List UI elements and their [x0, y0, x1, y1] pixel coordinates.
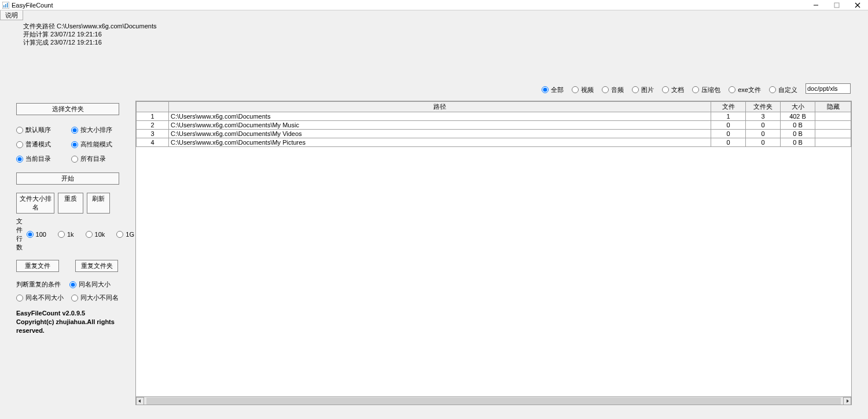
cell-hidden: [815, 130, 851, 138]
filter-custom[interactable]: [769, 86, 776, 93]
svg-marker-9: [847, 399, 849, 403]
info-block: 文件夹路径 C:\Users\www.x6g.com\Documents 开始计…: [0, 22, 868, 46]
cell-folders: 0: [746, 130, 781, 138]
cell-size: 0 B: [781, 138, 815, 147]
th-files[interactable]: 文件: [711, 102, 746, 112]
svg-marker-8: [138, 399, 141, 403]
filter-doc[interactable]: [662, 86, 669, 93]
cell-path: C:\Users\www.x6g.com\Documents\My Music: [169, 121, 711, 130]
app-copyright: Copyright(c) zhujiahua.All rights reserv…: [16, 318, 134, 335]
dup-cond-label: 判断重复的条件: [16, 280, 69, 289]
radio-rows-1k[interactable]: [58, 231, 65, 238]
radio-scope-all[interactable]: [71, 156, 78, 163]
cell-path: C:\Users\www.x6g.com\Documents\My Videos: [169, 130, 711, 138]
cell-folders: 0: [746, 138, 781, 147]
th-size[interactable]: 大小: [781, 102, 815, 112]
radio-scope-all-label: 所有目录: [80, 155, 106, 163]
filter-video[interactable]: [572, 86, 579, 93]
radio-mode-highperf-label: 高性能模式: [80, 140, 112, 149]
table-row[interactable]: 3C:\Users\www.x6g.com\Documents\My Video…: [137, 130, 851, 138]
filter-image[interactable]: [632, 86, 639, 93]
scroll-right-icon[interactable]: [843, 397, 851, 405]
radio-rows-1g[interactable]: [116, 231, 123, 238]
menubar: 说明: [0, 10, 868, 20]
dup-folders-button[interactable]: 重复文件夹: [75, 260, 118, 272]
radio-scope-current-label: 当前目录: [25, 155, 51, 163]
radio-cond-sizediff[interactable]: [71, 295, 78, 302]
cell-files: 0: [711, 130, 746, 138]
table-header-row: 路径 文件 文件夹 大小 隐藏: [137, 102, 851, 112]
cell-path: C:\Users\www.x6g.com\Documents: [169, 112, 711, 121]
info-done: 计算完成 23/07/12 19:21:16: [23, 38, 868, 46]
filter-all[interactable]: [542, 86, 549, 93]
app-version-block: EasyFileCount v2.0.9.5 Copyright(c) zhuj…: [16, 309, 134, 335]
info-start: 开始计算 23/07/12 19:21:16: [23, 30, 868, 38]
rank-button[interactable]: 文件大小排名: [16, 193, 54, 214]
cell-hidden: [815, 138, 851, 147]
results-table: 路径 文件 文件夹 大小 隐藏 1C:\Users\www.x6g.com\Do…: [136, 101, 851, 147]
main: 全部 视频 音频 图片 文档 压缩包 exe文件 自定义: [134, 46, 868, 405]
svg-rect-3: [7, 3, 8, 8]
dup-files-button[interactable]: 重复文件: [16, 260, 59, 272]
table-wrap: 路径 文件 文件夹 大小 隐藏 1C:\Users\www.x6g.com\Do…: [135, 101, 852, 405]
refresh-button[interactable]: 刷新: [87, 193, 110, 214]
radio-cond-namediff[interactable]: [16, 295, 23, 302]
cell-folders: 0: [746, 121, 781, 130]
svg-rect-1: [3, 5, 5, 8]
table-row[interactable]: 4C:\Users\www.x6g.com\Documents\My Pictu…: [137, 138, 851, 147]
info-path: 文件夹路径 C:\Users\www.x6g.com\Documents: [23, 22, 868, 30]
radio-rows-10k[interactable]: [86, 231, 93, 238]
radio-cond-namesize[interactable]: [69, 281, 76, 288]
radio-sort-default[interactable]: [16, 127, 23, 134]
cell-index: 1: [137, 112, 169, 121]
cell-hidden: [815, 121, 851, 130]
filter-custom-input[interactable]: [806, 83, 851, 94]
cell-files: 1: [711, 112, 746, 121]
filter-exe[interactable]: [729, 86, 735, 93]
radio-mode-normal-label: 普通模式: [25, 140, 51, 149]
start-button[interactable]: 开始: [16, 172, 119, 185]
cell-hidden: [815, 112, 851, 121]
svg-rect-2: [5, 4, 6, 8]
th-index[interactable]: [137, 102, 169, 112]
scroll-track[interactable]: [144, 397, 843, 405]
app-version: EasyFileCount v2.0.9.5: [16, 309, 134, 318]
th-path[interactable]: 路径: [169, 102, 711, 112]
cell-index: 4: [137, 138, 169, 147]
scroll-left-icon[interactable]: [136, 397, 144, 405]
svg-rect-5: [834, 3, 839, 8]
h-scrollbar[interactable]: [136, 396, 851, 405]
radio-mode-normal[interactable]: [16, 141, 23, 148]
cell-folders: 3: [746, 112, 781, 121]
filter-audio[interactable]: [602, 86, 609, 93]
th-hidden[interactable]: 隐藏: [815, 102, 851, 112]
radio-mode-highperf[interactable]: [71, 141, 78, 148]
menu-explain[interactable]: 说明: [0, 10, 23, 20]
scroll-thumb[interactable]: [146, 398, 841, 405]
radio-rows-100[interactable]: [27, 231, 34, 238]
table-row[interactable]: 2C:\Users\www.x6g.com\Documents\My Music…: [137, 121, 851, 130]
window-controls: [806, 0, 868, 10]
filter-row: 全部 视频 音频 图片 文档 压缩包 exe文件 自定义: [135, 83, 852, 96]
filter-archive[interactable]: [692, 86, 699, 93]
minimize-button[interactable]: [806, 0, 826, 10]
cell-files: 0: [711, 121, 746, 130]
radio-sort-bysize[interactable]: [71, 127, 78, 134]
window-title: EasyFileCount: [12, 2, 53, 9]
close-button[interactable]: [847, 0, 868, 10]
radio-scope-current[interactable]: [16, 156, 23, 163]
cell-size: 0 B: [781, 130, 815, 138]
choose-folder-button[interactable]: 选择文件夹: [16, 103, 119, 115]
titlebar: EasyFileCount: [0, 0, 868, 10]
th-folders[interactable]: 文件夹: [746, 102, 781, 112]
preview-button[interactable]: 重质: [58, 193, 83, 214]
table-row[interactable]: 1C:\Users\www.x6g.com\Documents13402 B: [137, 112, 851, 121]
cell-size: 402 B: [781, 112, 815, 121]
cell-path: C:\Users\www.x6g.com\Documents\My Pictur…: [169, 138, 711, 147]
cell-index: 2: [137, 121, 169, 130]
cell-index: 3: [137, 130, 169, 138]
maximize-button[interactable]: [826, 0, 847, 10]
file-rows-label: 文件行数: [16, 217, 23, 252]
cell-size: 0 B: [781, 121, 815, 130]
radio-sort-default-label: 默认顺序: [25, 126, 51, 134]
